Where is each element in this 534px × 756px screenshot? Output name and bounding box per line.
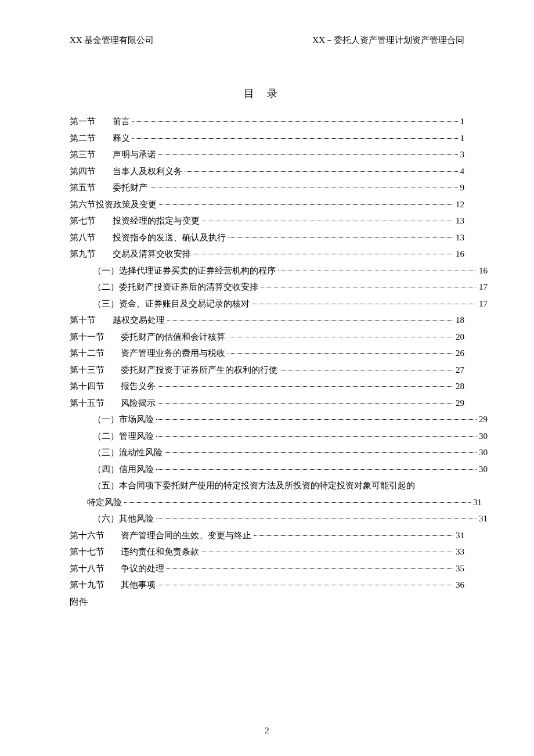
toc-row: 第六节投资政策及变更12 — [70, 196, 464, 213]
toc-page-number: 1 — [459, 113, 465, 130]
toc-leader-dots — [254, 535, 453, 536]
toc-page-number: 28 — [454, 378, 464, 395]
toc-page-number: 16 — [454, 246, 464, 262]
page: XX 基金管理有限公司 XX－委托人资产管理计划资产管理合同 目录 第一节前言1… — [0, 0, 534, 756]
toc-leader-dots — [280, 370, 453, 370]
toc-section-label: （六） — [93, 510, 119, 527]
toc-section-label: （二） — [93, 428, 119, 445]
toc-section-label: 第十九节 — [70, 577, 121, 593]
toc-leader-dots — [228, 237, 453, 238]
toc-section-title: 资产管理业务的费用与税收 — [121, 345, 226, 362]
toc-page-number: 13 — [454, 213, 464, 229]
toc-row: 特定风险 31 — [70, 494, 482, 511]
toc-row: 第十九节其他事项36 — [70, 577, 464, 593]
toc-leader-dots — [156, 469, 477, 470]
toc-row: 第四节当事人及权利义务4 — [70, 163, 464, 180]
toc-section-label: 第二节 — [70, 130, 113, 147]
toc-row: （二）委托财产投资证券后的清算交收安排17 — [70, 279, 488, 296]
toc-page-number: 12 — [454, 196, 464, 213]
toc-page-number: 33 — [454, 543, 464, 560]
toc-row: 第十七节违约责任和免责条款33 — [70, 543, 464, 560]
toc-row: 第十节越权交易处理18 — [70, 312, 464, 329]
toc-section-label: 第十二节 — [70, 345, 121, 362]
toc-section-label: （二） — [93, 279, 119, 296]
toc-section-label: 第三节 — [70, 146, 113, 163]
toc-leader-dots — [159, 204, 453, 205]
toc-leader-dots — [185, 171, 458, 172]
toc-page-number: 9 — [459, 179, 465, 196]
toc-leader-dots — [132, 121, 458, 122]
header-right: XX－委托人资产管理计划资产管理合同 — [312, 35, 464, 46]
toc-row: 第八节投资指令的发送、确认及执行13 — [70, 229, 464, 246]
toc-leader-dots — [158, 386, 453, 387]
toc-row: （二）管理风险 30 — [70, 428, 488, 445]
toc-section-label: （三） — [93, 296, 119, 312]
toc-leader-dots — [261, 287, 477, 287]
toc-row: 第三节声明与承诺3 — [70, 146, 464, 163]
toc-page-number: 30 — [478, 444, 488, 461]
toc-section-label: 第一节 — [70, 113, 113, 130]
toc-section-title: 投资经理的指定与变更 — [113, 213, 201, 229]
toc-row: 第十四节报告义务28 — [70, 378, 464, 395]
toc-section-label: 第十四节 — [70, 378, 121, 395]
toc-page-number: 30 — [478, 461, 488, 478]
toc-section-title: 委托财产的估值和会计核算 — [121, 329, 226, 345]
toc-page-number: 29 — [454, 395, 464, 412]
toc-leader-dots — [150, 188, 458, 188]
toc-appendix: 附件 — [70, 593, 464, 611]
toc-section-label: （一） — [93, 411, 119, 428]
toc-page-number: 31 — [472, 494, 482, 511]
toc-section-label: 第八节 — [70, 229, 113, 246]
toc-page-number: 31 — [478, 510, 488, 527]
toc-section-title: 投资政策及变更 — [96, 196, 158, 213]
toc-section-label: 第九节 — [70, 246, 113, 262]
toc-row: （五）本合同项下委托财产使用的特定投资方法及所投资的特定投资对象可能引起的 — [70, 477, 488, 494]
toc-leader-dots — [156, 519, 477, 519]
toc-row: 第九节交易及清算交收安排16 — [70, 246, 464, 262]
toc-section-title: 当事人及权利义务 — [113, 163, 183, 180]
toc-section-label: （五） — [93, 477, 119, 494]
toc-leader-dots — [202, 221, 453, 221]
toc-section-label: 第十三节 — [70, 362, 121, 379]
toc-page-number: 20 — [454, 329, 464, 345]
toc-body: 第一节前言1第二节释义1第三节声明与承诺3第四节当事人及权利义务4第五节委托财产… — [70, 113, 464, 611]
page-header: XX 基金管理有限公司 XX－委托人资产管理计划资产管理合同 — [70, 35, 464, 46]
toc-row: 第七节投资经理的指定与变更13 — [70, 213, 464, 229]
toc-row: 第十三节委托财产投资于证券所产生的权利的行使27 — [70, 362, 464, 379]
toc-section-title: 本合同项下委托财产使用的特定投资方法及所投资的特定投资对象可能引起的 — [119, 477, 415, 494]
toc-section-title: 选择代理证券买卖的证券经营机构的程序 — [119, 262, 277, 279]
toc-section-title: 释义 — [113, 130, 131, 147]
toc-section-title: 资产管理合同的生效、变更与终止 — [121, 527, 252, 544]
toc-section-label: 第十一节 — [70, 329, 121, 345]
toc-leader-dots — [228, 353, 453, 354]
toc-page-number: 29 — [478, 411, 488, 428]
toc-row: 第十一节委托财产的估值和会计核算20 — [70, 329, 464, 345]
toc-page-number: 4 — [459, 163, 465, 180]
toc-section-label: 第十八节 — [70, 560, 121, 577]
toc-row: 第五节委托财产9 — [70, 179, 464, 196]
toc-section-title: 特定风险 — [87, 494, 123, 511]
toc-page-number: 17 — [478, 279, 488, 296]
toc-section-title: 信用风险 — [119, 461, 155, 478]
toc-page-number: 30 — [478, 428, 488, 445]
toc-leader-dots — [278, 271, 477, 271]
toc-row: （一）选择代理证券买卖的证券经营机构的程序16 — [70, 262, 488, 279]
toc-page-number: 36 — [454, 577, 464, 593]
toc-row: 第十八节争议的处理35 — [70, 560, 464, 577]
toc-leader-dots — [167, 320, 453, 321]
toc-section-label: 第十七节 — [70, 543, 121, 560]
toc-section-title: 资金、证券账目及交易记录的核对 — [119, 296, 251, 312]
toc-title: 目录 — [70, 87, 464, 100]
toc-leader-dots — [193, 254, 453, 254]
toc-section-title: 其他事项 — [121, 577, 157, 593]
toc-section-title: 委托财产 — [113, 179, 149, 196]
toc-section-label: 第十五节 — [70, 395, 121, 412]
toc-section-title: 越权交易处理 — [113, 312, 166, 329]
toc-section-label: （四） — [93, 461, 119, 478]
toc-section-label: （三） — [93, 444, 119, 461]
toc-page-number: 18 — [454, 312, 464, 329]
toc-row: （四）信用风险 30 — [70, 461, 488, 478]
toc-section-title: 管理风险 — [119, 428, 155, 445]
toc-leader-dots — [124, 502, 471, 503]
toc-section-label: 第五节 — [70, 179, 113, 196]
